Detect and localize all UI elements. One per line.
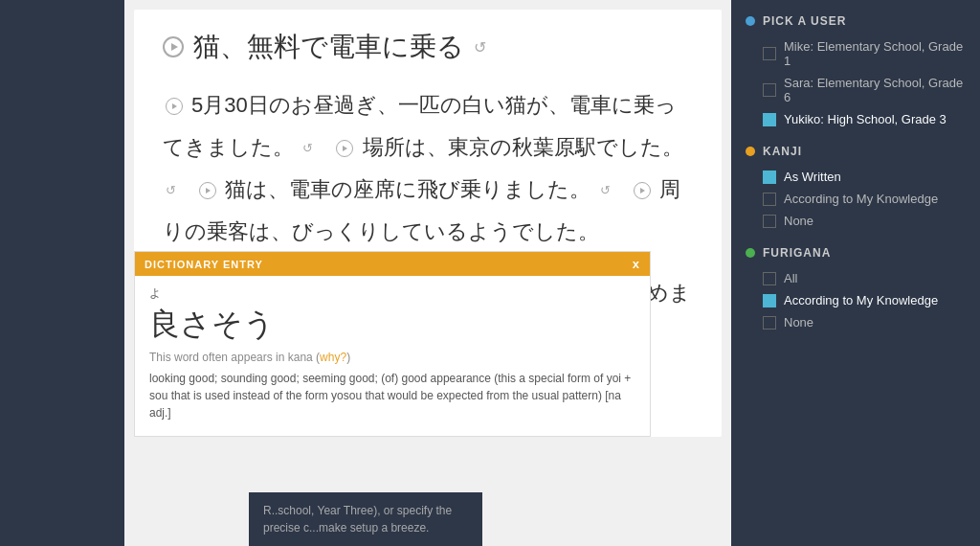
furigana-section: FURIGANA (746, 246, 966, 260)
para1b-play-icon[interactable] (336, 140, 353, 157)
article-title: 猫、無料で電車に乗る ↺ (163, 29, 693, 65)
para1c-play-icon[interactable] (199, 182, 216, 199)
main-content: 猫、無料で電車に乗る ↺ 5月30日のお昼過ぎ、一匹の白い猫が、電車に乗ってきま… (124, 0, 731, 546)
sidebar-item-kanji-none[interactable]: None (746, 210, 966, 232)
title-refresh-icon[interactable]: ↺ (474, 38, 486, 57)
furigana-title: FURIGANA (763, 246, 831, 260)
help-text: R..school, Year Three), or specify the p… (263, 504, 452, 535)
furigana-none-label: None (784, 315, 813, 330)
mike-label: Mike: Elementary School, Grade 1 (784, 39, 966, 68)
dict-definition: looking good; sounding good; seeming goo… (149, 370, 635, 421)
dictionary-popup: DICTIONARY ENTRY x よ 良さそう This word ofte… (134, 251, 651, 437)
sidebar-item-sara[interactable]: Sara: Elementary School, Grade 6 (746, 72, 966, 108)
yukiko-label: Yukiko: High School, Grade 3 (784, 112, 947, 126)
kanji-dot (746, 147, 755, 156)
pick-a-user-section: PICK A USER (746, 14, 966, 28)
dict-note-text: This word often appears in kana ( (149, 351, 320, 364)
furigana-all-checkbox[interactable] (763, 272, 776, 285)
sidebar-item-kanji-according[interactable]: According to My Knowledge (746, 188, 966, 210)
right-sidebar: PICK A USER Mike: Elementary School, Gra… (731, 0, 980, 546)
pick-a-user-dot (746, 16, 755, 26)
as-written-checkbox[interactable] (763, 171, 776, 184)
paragraph-1: 5月30日のお昼過ぎ、一匹の白い猫が、電車に乗ってきました。 ↺ 場所は、東京の… (163, 84, 693, 253)
title-play-icon[interactable] (163, 36, 184, 57)
furigana-dot (746, 248, 755, 258)
kanji-none-checkbox[interactable] (763, 215, 776, 228)
para1a-refresh-icon[interactable]: ↺ (302, 136, 313, 161)
dict-word: 良さそう (149, 304, 635, 346)
help-text-panel: R..school, Year Three), or specify the p… (249, 492, 482, 546)
sidebar-item-furigana-according[interactable]: According to My Knowledge (746, 289, 966, 311)
para1d-play-icon[interactable] (634, 182, 651, 199)
dictionary-close-button[interactable]: x (633, 257, 640, 271)
kanji-section: KANJI (746, 145, 966, 158)
para1c-refresh-icon[interactable]: ↺ (600, 178, 611, 203)
furigana-according-checkbox[interactable] (763, 294, 776, 307)
furigana-according-label: According to My Knowledge (784, 293, 938, 307)
yukiko-checkbox[interactable] (763, 113, 776, 126)
sara-checkbox[interactable] (763, 83, 776, 97)
mike-checkbox[interactable] (763, 47, 776, 60)
sidebar-item-furigana-all[interactable]: All (746, 267, 966, 289)
furigana-none-checkbox[interactable] (763, 316, 776, 330)
kanji-according-checkbox[interactable] (763, 193, 776, 206)
kanji-title: KANJI (763, 145, 802, 158)
para1b-refresh-icon[interactable]: ↺ (166, 178, 176, 203)
dictionary-header: DICTIONARY ENTRY x (135, 252, 650, 276)
left-sidebar (0, 0, 124, 546)
furigana-all-label: All (784, 271, 797, 285)
sidebar-item-furigana-none[interactable]: None (746, 311, 966, 333)
as-written-label: As Written (784, 170, 841, 184)
dict-why-link[interactable]: why? (320, 351, 346, 364)
dict-note-end: ) (346, 351, 350, 364)
para1-play-icon[interactable] (166, 98, 183, 115)
dictionary-body: よ 良さそう This word often appears in kana (… (135, 276, 650, 436)
content-panel: 猫、無料で電車に乗る ↺ 5月30日のお昼過ぎ、一匹の白い猫が、電車に乗ってきま… (134, 10, 722, 437)
title-text: 猫、無料で電車に乗る (193, 29, 464, 65)
sidebar-item-mike[interactable]: Mike: Elementary School, Grade 1 (746, 35, 966, 72)
dictionary-title: DICTIONARY ENTRY (145, 259, 263, 270)
kanji-according-label: According to My Knowledge (784, 192, 938, 206)
sidebar-item-yukiko[interactable]: Yukiko: High School, Grade 3 (746, 108, 966, 130)
dict-note: This word often appears in kana (why?) (149, 351, 635, 364)
sara-label: Sara: Elementary School, Grade 6 (784, 76, 966, 104)
pick-a-user-title: PICK A USER (763, 14, 846, 28)
dict-reading: よ (149, 285, 635, 302)
sidebar-item-as-written[interactable]: As Written (746, 166, 966, 188)
kanji-none-label: None (784, 214, 813, 228)
